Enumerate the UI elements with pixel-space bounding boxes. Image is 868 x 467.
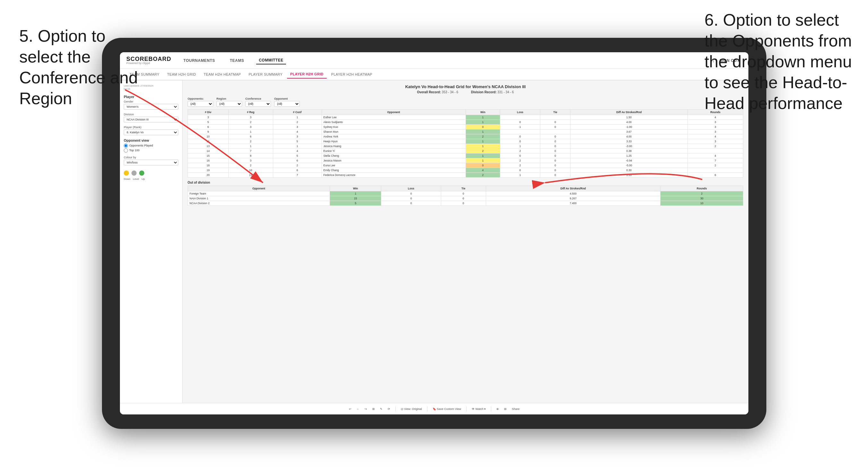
cell-win: 1: [466, 158, 500, 163]
bottom-toolbar: ↩ ← ↪ ⊞ ✎ ⟳ ◎ View: Original 🔖 Save Cust…: [120, 403, 748, 414]
cell-reg: 3: [228, 158, 273, 163]
toolbar-redo[interactable]: ↪: [365, 407, 367, 411]
cell-conf: 3: [273, 125, 321, 129]
cell-diff: -0.94: [570, 158, 688, 163]
colour-by-select[interactable]: Win/loss: [124, 160, 178, 165]
ood-cell-rounds: 2: [660, 191, 743, 196]
cell-win: 1: [466, 139, 500, 144]
cell-opponent: Esther Lee: [321, 115, 466, 120]
nav-tournaments[interactable]: TOURNAMENTS: [181, 57, 218, 64]
sub-nav-team-h2h-grid[interactable]: TEAM H2H GRID: [164, 70, 199, 78]
ood-cell-win: 1: [330, 191, 381, 196]
ood-col-rounds: Rounds: [660, 186, 743, 191]
nav-committee[interactable]: COMMITTEE: [256, 57, 286, 64]
ood-cell-win: 15: [330, 196, 381, 201]
toolbar-watch[interactable]: 👁 Watch ▾: [472, 407, 486, 411]
radio-top-100[interactable]: Top 100: [124, 148, 178, 153]
toolbar-view-original[interactable]: ◎ View: Original: [401, 407, 422, 411]
cell-reg: 2: [228, 139, 273, 144]
conference-select[interactable]: (All): [245, 101, 271, 107]
ood-col-opponent: Opponent: [188, 186, 330, 191]
opponents-select[interactable]: (All): [188, 101, 213, 107]
cell-tie: 0: [540, 125, 570, 129]
cell-loss: [500, 129, 540, 134]
cell-opponent: Sharon Mun: [321, 129, 466, 134]
ood-cell-tie: 0: [441, 196, 486, 201]
col-loss: Loss: [500, 110, 540, 115]
cell-reg: 2: [228, 163, 273, 168]
region-select[interactable]: (All): [216, 101, 242, 107]
cell-diff: 4.00: [570, 120, 688, 125]
sub-nav-player-h2h-heatmap[interactable]: PLAYER H2H HEATMAP: [328, 70, 375, 78]
nav-teams[interactable]: TEAMS: [227, 57, 247, 64]
cell-conf: 2: [273, 163, 321, 168]
cell-loss: 1: [500, 173, 540, 178]
division-select[interactable]: NCAA Division III: [124, 117, 178, 122]
player-rank-label: Player (Rank): [124, 126, 178, 129]
cell-opponent: Stella Cheng: [321, 154, 466, 158]
cell-rounds: [687, 149, 743, 154]
cell-opponent: Euna Lee: [321, 163, 466, 168]
cell-rounds: 3: [687, 120, 743, 125]
cell-opponent: Sydney Kuo: [321, 125, 466, 129]
col-div: # Div: [188, 110, 228, 115]
data-panel: Katelyn Vo Head-to-Head Grid for Women's…: [182, 81, 748, 403]
cell-rounds: 7: [687, 158, 743, 163]
toolbar-undo[interactable]: ↩: [349, 407, 351, 411]
ood-cell-tie: 0: [441, 191, 486, 196]
toolbar-save-custom[interactable]: 🔖 Save Custom View: [433, 407, 461, 411]
table-row: 6 3 3 Sydney Kuo 0 1 0 -1.00 3: [188, 125, 743, 129]
toolbar-edit[interactable]: ✎: [380, 407, 382, 411]
sub-nav-player-summary[interactable]: PLAYER SUMMARY: [245, 70, 286, 78]
cell-diff: -1.00: [570, 125, 688, 129]
table-row: 3 3 1 Esther Lee 1 1.50 4: [188, 115, 743, 120]
cell-reg: 3: [228, 125, 273, 129]
cell-diff: 0.38: [570, 149, 688, 154]
cell-div: 5: [188, 120, 228, 125]
division-label: Division: [124, 113, 178, 116]
toolbar-sep4: [491, 406, 491, 411]
cell-opponent: Jessica Huang: [321, 144, 466, 149]
ood-table-row: NAIA Division 1 15 0 0 9.267 30: [188, 196, 743, 201]
table-row: 11 2 5 Heejo Hyun 1 0 0 3.33 3: [188, 139, 743, 144]
cell-opponent: Federica Domecq Lacroze: [321, 173, 466, 178]
toolbar-sep3: [466, 406, 467, 411]
cell-win: 1: [466, 129, 500, 134]
cell-div: 6: [188, 125, 228, 129]
toolbar-grid2[interactable]: ⊞: [504, 407, 507, 411]
toolbar-grid[interactable]: ⊞: [372, 407, 375, 411]
cell-rounds: 4: [687, 115, 743, 120]
toolbar-share[interactable]: Share: [512, 407, 520, 411]
cell-conf: 6: [273, 158, 321, 163]
cell-rounds: 2: [687, 163, 743, 168]
cell-rounds: 3: [687, 125, 743, 129]
cell-loss: 0: [500, 154, 540, 158]
ood-cell-win: 5: [330, 201, 381, 206]
player-rank-select[interactable]: 8. Katelyn Vo: [124, 129, 178, 135]
opponent-select[interactable]: (All): [274, 101, 300, 107]
sub-nav-player-h2h-grid[interactable]: PLAYER H2H GRID: [287, 70, 327, 79]
cell-reg: 2: [228, 120, 273, 125]
sub-nav-team-h2h-heatmap[interactable]: TEAM H2H HEATMAP: [200, 70, 244, 78]
cell-opponent: Emily Chang: [321, 168, 466, 173]
toolbar-back[interactable]: ←: [356, 407, 360, 411]
cell-rounds: 4: [687, 134, 743, 139]
cell-loss: 2: [500, 149, 540, 154]
cell-conf: 2: [273, 120, 321, 125]
col-tie: Tie: [540, 110, 570, 115]
ood-cell-loss: 0: [381, 196, 441, 201]
toolbar-refresh[interactable]: ⟳: [388, 407, 390, 411]
cell-reg: 3: [228, 115, 273, 120]
cell-conf: 5: [273, 154, 321, 158]
toolbar-plus[interactable]: ⊕: [496, 407, 499, 411]
ood-cell-tie: 0: [441, 201, 486, 206]
radio-opponents-played[interactable]: Opponents Played: [124, 144, 178, 148]
cell-conf: 6: [273, 168, 321, 173]
table-row: 20 11 7 Federica Domecq Lacroze 2 1 0 1.…: [188, 173, 743, 178]
table-row: 10 6 3 Andrea York 2 0 0 4.00 4: [188, 134, 743, 139]
ood-table-row: Foreign Team 1 0 0 4.500 2: [188, 191, 743, 196]
cell-opponent: Alexis Sudjianto: [321, 120, 466, 125]
cell-win: 1: [466, 154, 500, 158]
out-of-division-title: Out of division: [188, 181, 743, 184]
cell-opponent: Andrea York: [321, 134, 466, 139]
